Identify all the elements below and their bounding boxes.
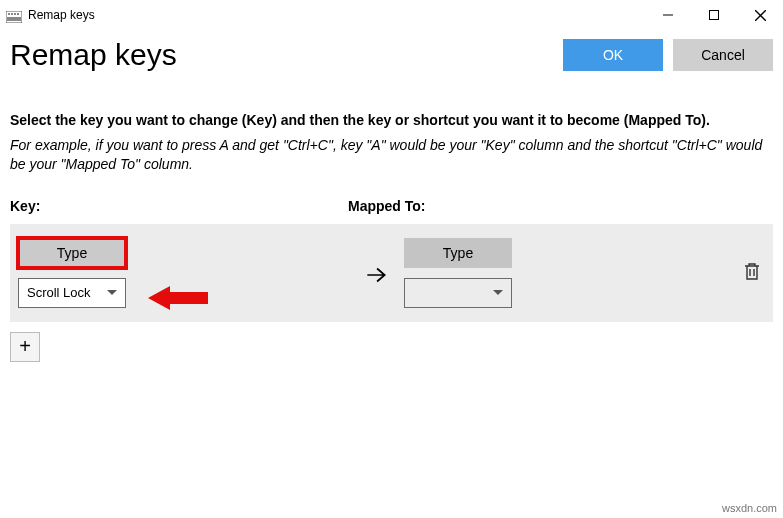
add-row-button[interactable]: + xyxy=(10,332,40,362)
minimize-icon xyxy=(663,10,673,20)
plus-icon: + xyxy=(19,335,31,358)
example-text: For example, if you want to press A and … xyxy=(10,136,773,174)
arrow-right-icon xyxy=(348,258,404,288)
maximize-button[interactable] xyxy=(691,1,737,29)
minimize-button[interactable] xyxy=(645,1,691,29)
key-select-value: Scroll Lock xyxy=(27,285,91,300)
annotation-arrow xyxy=(148,284,208,316)
trash-icon xyxy=(743,261,761,281)
page-title: Remap keys xyxy=(10,38,177,72)
svg-rect-2 xyxy=(8,13,10,15)
watermark-text: wsxdn.com xyxy=(722,502,777,514)
svg-rect-1 xyxy=(7,17,21,21)
column-header-key: Key: xyxy=(10,198,348,214)
delete-row-button[interactable] xyxy=(743,261,761,285)
key-type-button[interactable]: Type xyxy=(18,238,126,268)
svg-rect-3 xyxy=(11,13,13,15)
cancel-button[interactable]: Cancel xyxy=(673,39,773,71)
svg-rect-4 xyxy=(14,13,16,15)
svg-rect-7 xyxy=(710,11,719,20)
chevron-down-icon xyxy=(107,290,117,295)
ok-button[interactable]: OK xyxy=(563,39,663,71)
mapped-select-dropdown[interactable] xyxy=(404,278,512,308)
instruction-text: Select the key you want to change (Key) … xyxy=(10,112,773,128)
column-header-mapped: Mapped To: xyxy=(348,198,426,214)
close-icon xyxy=(755,10,766,21)
svg-rect-5 xyxy=(17,13,19,15)
window-title: Remap keys xyxy=(28,8,95,22)
mapping-row: Type Scroll Lock Type xyxy=(10,224,773,322)
maximize-icon xyxy=(709,10,719,20)
app-icon xyxy=(6,9,22,21)
chevron-down-icon xyxy=(493,290,503,295)
svg-marker-10 xyxy=(148,286,208,310)
key-select-dropdown[interactable]: Scroll Lock xyxy=(18,278,126,308)
mapped-type-button[interactable]: Type xyxy=(404,238,512,268)
close-button[interactable] xyxy=(737,1,783,29)
